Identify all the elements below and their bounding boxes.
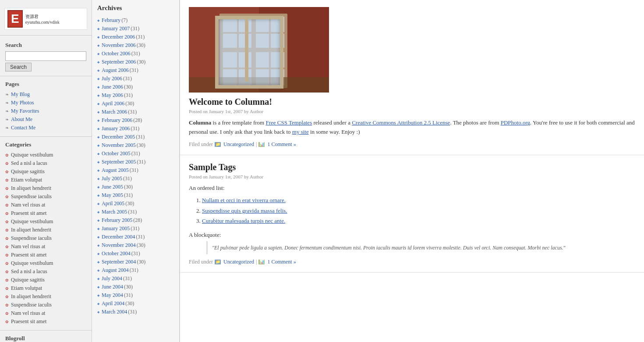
search-input[interactable] <box>5 51 86 61</box>
list-item: April 2005(30) <box>97 200 174 208</box>
list-item: Curabitur malesuada turpis nec ante. <box>202 216 635 226</box>
my-blog-link[interactable]: My Blog <box>11 91 30 98</box>
about-me-link[interactable]: About Me <box>11 116 32 123</box>
archive-link[interactable]: September 2005 <box>102 159 136 165</box>
pdphoto-link[interactable]: PDPhoto.org <box>501 119 530 126</box>
post-welcome: Welcome to Columna! Posted on January 1s… <box>180 0 644 155</box>
post-image-svg <box>189 7 329 93</box>
list-item: Quisque vestibulum <box>5 259 86 267</box>
archive-link[interactable]: May 2006 <box>102 92 123 99</box>
list-item: Nam vel risus at <box>5 309 86 317</box>
list-item: July 2004(31) <box>97 274 174 283</box>
chart-icon: 📊 <box>258 142 265 147</box>
archive-link[interactable]: February 2005 <box>102 217 132 224</box>
list-item: October 2005(31) <box>97 150 174 158</box>
archive-link[interactable]: October 2005 <box>102 150 131 157</box>
my-favorites-link[interactable]: My Favorites <box>11 108 39 114</box>
archive-link[interactable]: April 2004 <box>102 300 124 307</box>
archive-link[interactable]: November 2006 <box>102 42 136 49</box>
archives-title: Archives <box>97 4 174 12</box>
search-button[interactable]: Search <box>5 63 32 71</box>
my-photos-link[interactable]: My Photos <box>11 100 34 106</box>
archive-link[interactable]: June 2004 <box>102 284 123 290</box>
list-item: Etiam volutpat <box>5 176 86 184</box>
category-link-2[interactable]: Uncategorized <box>223 259 254 265</box>
list-item: August 2006(31) <box>97 66 174 75</box>
comments-link-2[interactable]: 1 Comment » <box>267 259 296 265</box>
list-item: Suspendisse iaculis <box>5 234 86 242</box>
archive-link[interactable]: May 2004 <box>102 292 123 299</box>
archive-link[interactable]: February 2006 <box>102 117 132 124</box>
logo-box: E 资源君eyunzhu.com/vdisk <box>4 8 87 30</box>
list-item: April 2004(30) <box>97 299 174 308</box>
folder-icon: 📁 <box>215 142 221 147</box>
archive-link[interactable]: June 2005 <box>102 184 123 190</box>
list-item: December 2004(31) <box>97 233 174 241</box>
svg-rect-5 <box>223 52 252 85</box>
post-image <box>189 7 329 93</box>
archive-link[interactable]: May 2005 <box>102 192 123 199</box>
list-item: My Blog <box>5 90 86 99</box>
columna-bold: Columna <box>189 119 211 126</box>
archive-link[interactable]: March 2006 <box>102 109 127 115</box>
archive-link[interactable]: April 2005 <box>102 200 124 207</box>
comments-link[interactable]: 1 Comment » <box>267 141 296 148</box>
archive-link[interactable]: October 2006 <box>102 50 131 57</box>
post-sample-tags: Sample Tags Posted on January 1st, 2007 … <box>180 155 644 273</box>
list-item: January 2005(31) <box>97 224 174 233</box>
my-site-link[interactable]: my site <box>292 128 309 135</box>
separator-2: | <box>256 259 257 265</box>
archive-link[interactable]: August 2005 <box>102 167 129 174</box>
pages-section: Pages My Blog My Photos My Favorites Abo… <box>0 78 92 137</box>
list-link-3[interactable]: Curabitur malesuada turpis nec ante. <box>202 217 285 224</box>
svg-rect-3 <box>219 14 287 88</box>
svg-rect-16 <box>255 68 284 69</box>
archive-link[interactable]: July 2004 <box>102 275 122 282</box>
contact-me-link[interactable]: Contact Me <box>11 125 35 131</box>
list-item: Praesent sit amet <box>5 209 86 217</box>
archive-link[interactable]: September 2004 <box>102 259 136 265</box>
archive-link[interactable]: December 2006 <box>102 34 135 40</box>
archive-link[interactable]: December 2004 <box>102 234 135 240</box>
archive-link[interactable]: January 2007 <box>102 25 130 32</box>
archive-link[interactable]: July 2006 <box>102 75 122 82</box>
list-item: Quisque vestibulum <box>5 217 86 226</box>
chart-icon-2: 📊 <box>258 260 265 264</box>
archive-link[interactable]: August 2004 <box>102 267 129 274</box>
archive-link[interactable]: April 2006 <box>102 100 124 107</box>
archive-link[interactable]: June 2006 <box>102 84 123 90</box>
list-item: March 2005(31) <box>97 208 174 216</box>
category-link[interactable]: Uncategorized <box>223 141 254 148</box>
list-item: In aliquet hendrerit <box>5 292 86 301</box>
archive-link[interactable]: November 2004 <box>102 242 136 249</box>
list-item: Suspendisse iaculis <box>5 301 86 309</box>
svg-rect-17 <box>269 52 271 85</box>
archive-link[interactable]: November 2005 <box>102 142 136 149</box>
list-item: About Me <box>5 115 86 124</box>
svg-rect-18 <box>189 77 329 93</box>
archive-link[interactable]: March 2004 <box>102 309 127 315</box>
svg-rect-15 <box>269 17 271 50</box>
list-item: August 2004(31) <box>97 266 174 274</box>
list-item: July 2006(31) <box>97 75 174 83</box>
archive-link[interactable]: January 2006 <box>102 125 130 132</box>
free-css-templates-link[interactable]: Free CSS Templates <box>265 119 312 126</box>
list-item: June 2006(30) <box>97 83 174 91</box>
cc-license-link[interactable]: Creative Commons Attribution 2.5 License <box>352 119 450 126</box>
archive-link[interactable]: September 2006 <box>102 59 136 65</box>
list-item: December 2006(31) <box>97 33 174 41</box>
archive-link[interactable]: February <box>102 17 120 24</box>
archive-link[interactable]: July 2005 <box>102 175 122 182</box>
list-item: Sed a nisl a lacus <box>5 267 86 276</box>
list-link-1[interactable]: Nullam et orci in erat viverra ornare. <box>202 197 286 203</box>
archive-link[interactable]: March 2005 <box>102 209 127 215</box>
list-link-2[interactable]: Suspendisse quis gravida massa felis. <box>202 207 287 214</box>
archive-link[interactable]: October 2004 <box>102 250 131 257</box>
list-item: Sed a nisl a lacus <box>5 159 86 167</box>
archive-link[interactable]: January 2005 <box>102 225 130 232</box>
svg-rect-10 <box>223 32 252 34</box>
archive-link[interactable]: August 2006 <box>102 67 129 74</box>
archives-column: Archives February(7) January 2007(31) De… <box>92 0 180 342</box>
categories-title: Categories <box>5 141 86 148</box>
archive-link[interactable]: December 2005 <box>102 134 135 140</box>
